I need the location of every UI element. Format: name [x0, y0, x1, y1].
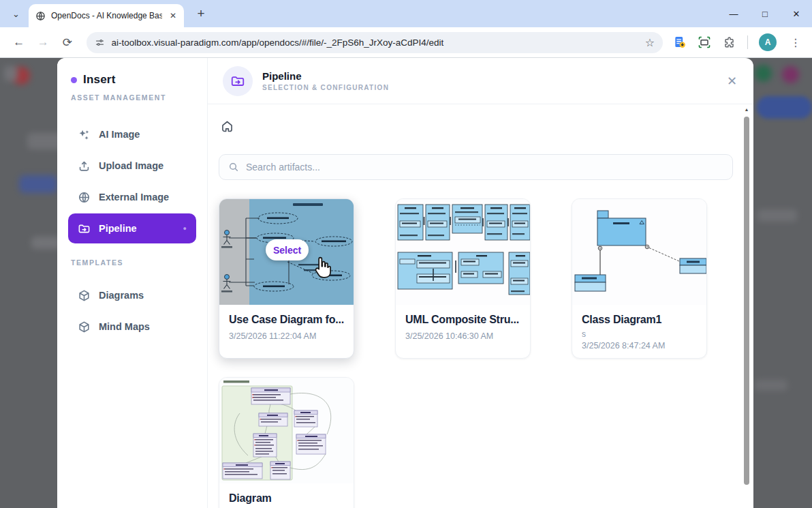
address-bar[interactable]: ai-toolbox.visual-paradigm.com/app/opend…: [87, 32, 663, 53]
active-indicator-dot: ●: [183, 225, 187, 232]
tab-close-icon[interactable]: ✕: [168, 11, 178, 20]
url-text[interactable]: ai-toolbox.visual-paradigm.com/app/opend…: [112, 38, 638, 48]
chevron-down-icon: ⌄: [12, 9, 20, 19]
thumbnail-platform-diagram: [219, 378, 354, 483]
tab-search-button[interactable]: ⌄: [8, 6, 24, 22]
sidebar-item-label: Pipeline: [99, 223, 137, 234]
browser-tab[interactable]: OpenDocs - AI Knowledge Base ✕: [29, 4, 184, 27]
background-blob: [757, 96, 812, 119]
thumbnail-use-case-diagram: Select: [219, 199, 354, 305]
artifact-search: [219, 154, 733, 180]
artifact-card-uml-composite[interactable]: UML Composite Stru... 3/25/2026 10:46:30…: [395, 198, 531, 359]
cube-icon: [78, 289, 91, 302]
card-title: Class Diagram1: [582, 314, 697, 326]
scrollbar-thumb[interactable]: [744, 117, 749, 485]
cube-icon: [78, 320, 91, 333]
browser-menu-icon[interactable]: ⋮: [786, 36, 805, 49]
background-blob: [758, 209, 797, 222]
upload-icon: [78, 160, 91, 173]
sidebar-item-upload-image[interactable]: Upload Image: [68, 151, 196, 181]
browser-window: ⌄ OpenDocs - AI Knowledge Base ✕ + — □ ✕…: [0, 0, 812, 508]
card-note: s: [582, 329, 697, 339]
sidebar-item-diagrams[interactable]: Diagrams: [68, 280, 196, 310]
bookmark-star-icon[interactable]: ☆: [645, 36, 655, 49]
pipeline-folder-icon: [78, 222, 91, 235]
modal-close-icon[interactable]: ✕: [727, 74, 737, 89]
background-blob: [755, 65, 772, 82]
modal-scrollbar[interactable]: ▲: [744, 106, 749, 508]
back-button[interactable]: ←: [9, 32, 29, 53]
new-tab-button[interactable]: +: [193, 5, 209, 22]
globe-icon: [78, 191, 91, 204]
sidebar-item-external-image[interactable]: External Image: [68, 182, 196, 212]
insert-dot-icon: [71, 77, 77, 83]
profile-avatar[interactable]: A: [759, 33, 777, 51]
sidebar-item-label: AI Image: [99, 129, 140, 140]
sidebar-item-ai-image[interactable]: AI Image: [68, 119, 196, 149]
card-date: 3/25/2026 11:22:04 AM: [229, 331, 344, 341]
site-settings-icon[interactable]: [95, 38, 105, 48]
minimize-button[interactable]: —: [718, 0, 749, 27]
home-breadcrumb-icon[interactable]: [220, 119, 235, 134]
artifact-card-diagram[interactable]: Diagram Online Learning Platform Dia...: [219, 377, 354, 508]
sidebar-item-label: Diagrams: [99, 290, 144, 301]
templates-label: TEMPLATES: [71, 258, 196, 267]
artifact-card-class-diagram1[interactable]: Class Diagram1 s 3/25/2026 8:47:24 AM: [572, 198, 707, 359]
sidebar-item-label: External Image: [99, 192, 169, 203]
modal-header: Pipeline SELECTION & CONFIGURATION ✕: [208, 58, 753, 104]
reading-list-extension-icon[interactable]: [672, 35, 687, 50]
artifact-card-use-case-diagram[interactable]: Select Use Case Diagram fo... 3/25/2026 …: [219, 198, 354, 359]
background-blob: [4, 66, 18, 81]
screenshot-extension-icon[interactable]: [697, 35, 712, 50]
card-title: Use Case Diagram fo...: [229, 314, 344, 326]
background-blob: [782, 66, 799, 83]
asset-management-label: ASSET MANAGEMENT: [71, 93, 196, 102]
card-date: 3/25/2026 10:46:30 AM: [405, 331, 520, 341]
window-close-button[interactable]: ✕: [781, 0, 812, 27]
modal-body: Select Use Case Diagram fo... 3/25/2026 …: [208, 104, 753, 508]
sidebar-title: Insert: [83, 73, 116, 87]
modal-subtitle: SELECTION & CONFIGURATION: [262, 84, 389, 91]
background-blob: [19, 175, 57, 193]
scrollbar-up-arrow[interactable]: ▲: [744, 107, 749, 112]
search-input[interactable]: [246, 162, 723, 173]
card-title: Diagram: [229, 492, 344, 505]
modal-sidebar: Insert ASSET MANAGEMENT AI Image Upl: [57, 58, 208, 508]
thumbnail-class-diagram: [572, 199, 706, 305]
thumbnail-uml-composite: [396, 199, 530, 305]
background-blob: [755, 380, 787, 391]
modal-main-panel: Pipeline SELECTION & CONFIGURATION ✕: [208, 58, 753, 508]
pipeline-folder-icon: [230, 74, 245, 89]
forward-button[interactable]: →: [33, 32, 54, 53]
sidebar-item-pipeline[interactable]: Pipeline ●: [68, 213, 196, 243]
search-icon: [228, 162, 239, 173]
pipeline-modal: Insert ASSET MANAGEMENT AI Image Upl: [57, 58, 753, 508]
artifact-grid: Select Use Case Diagram fo... 3/25/2026 …: [219, 198, 733, 508]
card-title: UML Composite Stru...: [405, 314, 520, 326]
sidebar-item-label: Upload Image: [99, 160, 163, 171]
toolbar-divider: [747, 35, 748, 49]
favicon-globe-icon: [35, 11, 46, 21]
sidebar-item-label: Mind Maps: [99, 321, 150, 332]
pipeline-badge: [223, 66, 253, 96]
select-button[interactable]: Select: [266, 239, 309, 260]
sparkles-icon: [78, 128, 91, 141]
card-date: 3/25/2026 8:47:24 AM: [582, 341, 697, 350]
sidebar-item-mind-maps[interactable]: Mind Maps: [68, 312, 196, 342]
hand-cursor-icon: [311, 255, 335, 280]
browser-toolbar: ← → ⟳ ai-toolbox.visual-paradigm.com/app…: [0, 27, 812, 58]
maximize-button[interactable]: □: [749, 0, 781, 27]
modal-title: Pipeline: [262, 70, 389, 82]
extensions-puzzle-icon[interactable]: [721, 35, 736, 50]
reload-button[interactable]: ⟳: [57, 32, 78, 53]
browser-titlebar: ⌄ OpenDocs - AI Knowledge Base ✕ + — □ ✕: [0, 0, 812, 27]
tab-title: OpenDocs - AI Knowledge Base: [51, 11, 162, 20]
